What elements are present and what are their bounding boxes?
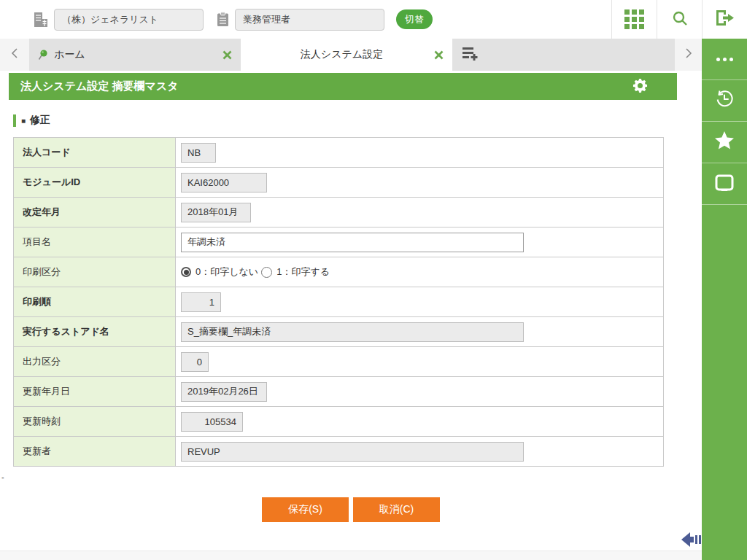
add-tab-button[interactable]: [452, 39, 675, 71]
item-name-label: 項目名: [14, 228, 176, 257]
section-accent-bar: [13, 114, 16, 127]
switch-button[interactable]: 切替: [396, 9, 433, 29]
section-title: 修正: [30, 114, 50, 127]
feedback-button[interactable]: [702, 163, 747, 205]
right-sidebar: [702, 39, 747, 560]
corp-code-input: [181, 143, 216, 163]
history-icon: [714, 89, 735, 112]
radio-unselected-icon: [261, 267, 272, 278]
table-row: 実行するストアド名: [14, 317, 663, 347]
output-category-input: [181, 352, 209, 372]
update-time-label: 更新時刻: [14, 407, 176, 436]
feedback-bubble-icon: [715, 174, 734, 194]
page-title: 法人システム設定 摘要欄マスタ: [20, 79, 179, 93]
tab-settings[interactable]: 法人システム設定: [241, 39, 452, 71]
more-button[interactable]: [702, 39, 747, 80]
tab-home-label: ホーム: [54, 48, 85, 61]
corner-dash: -: [1, 472, 4, 481]
section-header: ■ 修正: [13, 114, 50, 127]
update-time-input: [181, 412, 243, 432]
tabs-forward-button[interactable]: [675, 39, 702, 71]
stored-proc-input: [181, 322, 524, 342]
module-id-label: モジュールID: [14, 168, 176, 197]
table-row: 更新時刻: [14, 407, 663, 437]
tab-home[interactable]: ホーム: [29, 39, 241, 71]
radio-selected-icon: [181, 267, 191, 277]
action-button-row: 保存(S) 取消(C): [0, 497, 702, 522]
update-date-input: [181, 382, 267, 402]
header-actions: [611, 0, 747, 39]
top-header: 切替: [0, 0, 747, 39]
updater-input: [181, 442, 524, 462]
more-dots-icon: [716, 58, 733, 61]
apps-grid-icon: [624, 9, 644, 29]
radio-print-no[interactable]: 0：印字しない: [181, 265, 258, 279]
radio-print-yes[interactable]: 1：印字する: [261, 265, 330, 279]
module-id-input: [181, 173, 267, 192]
pin-icon: [38, 50, 47, 61]
revision-ym-label: 改定年月: [14, 198, 176, 227]
search-icon: [671, 9, 689, 30]
output-category-label: 出力区分: [14, 347, 176, 376]
updater-label: 更新者: [14, 437, 176, 466]
header-left: 切替: [0, 9, 433, 31]
collapse-arrow-icon[interactable]: [681, 532, 703, 551]
logout-button[interactable]: [702, 0, 747, 39]
role-field[interactable]: [235, 9, 384, 31]
star-icon: [713, 131, 735, 154]
revision-ym-input: [181, 203, 251, 222]
print-order-input: [181, 292, 221, 312]
horizontal-scrollbar[interactable]: [0, 551, 702, 560]
table-row: 更新者: [14, 437, 663, 467]
table-row: 項目名: [14, 228, 663, 257]
add-tab-icon: [462, 47, 479, 63]
back-chevron-icon: [11, 47, 18, 62]
favorites-button[interactable]: [702, 122, 747, 163]
app-window: 切替: [0, 0, 747, 560]
corp-code-label: 法人コード: [14, 138, 176, 167]
print-order-label: 印刷順: [14, 287, 176, 316]
stored-proc-label: 実行するストアド名: [14, 317, 176, 346]
company-field[interactable]: [54, 9, 204, 31]
table-row: 印刷区分 0：印字しない 1：印字する: [14, 257, 663, 287]
building-icon: [34, 12, 48, 28]
table-row: モジュールID: [14, 168, 663, 198]
page-title-bar: 法人システム設定 摘要欄マスタ: [9, 73, 677, 100]
table-row: 法人コード: [14, 138, 663, 168]
tab-bar: ホーム 法人システム設定: [0, 39, 702, 71]
print-category-radio-group: 0：印字しない 1：印字する: [181, 265, 333, 279]
gear-icon[interactable]: [632, 78, 648, 96]
search-button[interactable]: [657, 0, 702, 39]
radio-print-no-label: 0：印字しない: [196, 265, 258, 279]
save-button[interactable]: 保存(S): [262, 497, 349, 522]
edit-form-table: 法人コード モジュールID 改定年月 項目名 印刷区分 0：印字しない: [13, 137, 664, 467]
tabs-back-button[interactable]: [0, 39, 29, 71]
table-row: 出力区分: [14, 347, 663, 377]
close-icon[interactable]: [434, 50, 444, 60]
table-row: 更新年月日: [14, 377, 663, 407]
forward-chevron-icon: [685, 47, 692, 62]
cancel-button[interactable]: 取消(C): [353, 497, 440, 522]
close-icon[interactable]: [222, 50, 232, 60]
apps-grid-button[interactable]: [611, 0, 657, 39]
print-category-label: 印刷区分: [14, 257, 176, 287]
item-name-input[interactable]: [181, 233, 524, 252]
table-row: 改定年月: [14, 198, 663, 228]
history-button[interactable]: [702, 80, 747, 122]
radio-print-yes-label: 1：印字する: [276, 265, 330, 279]
clipboard-icon: [217, 12, 229, 27]
section-square-marker: ■: [21, 117, 26, 125]
table-row: 印刷順: [14, 287, 663, 317]
update-date-label: 更新年月日: [14, 377, 176, 406]
logout-icon: [715, 9, 735, 29]
tab-settings-label: 法人システム設定: [249, 48, 434, 61]
